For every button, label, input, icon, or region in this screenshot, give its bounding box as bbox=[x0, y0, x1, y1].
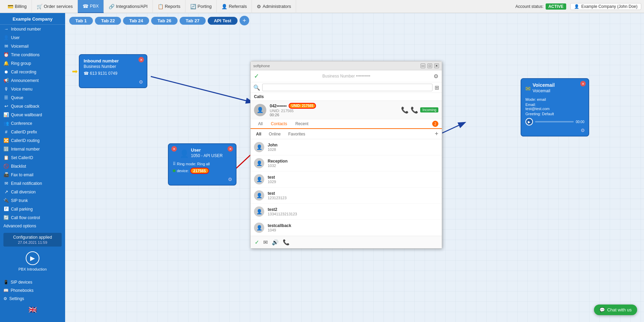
tab-contacts[interactable]: Contacts bbox=[267, 119, 291, 129]
reject-button[interactable]: 📞 bbox=[411, 106, 418, 114]
sidebar-item-callerid-prefix[interactable]: # CallerID prefix bbox=[0, 128, 65, 136]
arrow-right-icon: ➡ bbox=[72, 67, 78, 75]
user-info[interactable]: 👤 Example Company (John Doe) bbox=[570, 3, 641, 10]
sidebar-item-blacklist[interactable]: 🚫 Blacklist bbox=[0, 162, 65, 170]
sidebar-item-call-diversion[interactable]: ↗ Call diversion bbox=[0, 188, 65, 196]
contact-row[interactable]: 👤 test213341123213123 bbox=[251, 204, 442, 220]
chat-icon: 💬 bbox=[599, 307, 605, 312]
sidebar-item-internal-number[interactable]: 🔢 Internal number bbox=[0, 145, 65, 153]
sidebar-item-callerid-routing[interactable]: 🔀 CallerID routing bbox=[0, 136, 65, 145]
nav-administrators[interactable]: ⚙ Administrators bbox=[252, 0, 296, 13]
sidebar-item-ring-group[interactable]: 🔔 Ring group bbox=[0, 59, 65, 68]
footer-phone-icon[interactable]: 📞 bbox=[283, 239, 290, 246]
voicemail-mode: Mode: email bbox=[525, 97, 584, 102]
sidebar-item-user[interactable]: 👤 User bbox=[0, 33, 65, 42]
internal-icon: 🔢 bbox=[3, 146, 9, 152]
close-button[interactable]: ✕ bbox=[434, 63, 439, 68]
sidebar-bottom: 📱 SIP devices 📖 Phonebooks ⚙ Settings 🇬🇧 bbox=[0, 276, 65, 319]
voicemail-progress-bar[interactable] bbox=[535, 121, 574, 122]
contact-avatar: 👤 bbox=[254, 142, 264, 152]
device-status-dot bbox=[173, 169, 175, 172]
top-nav-right: Account status: ACTIVE 👤 Example Company… bbox=[515, 3, 641, 10]
nav-porting[interactable]: 🔄 Porting bbox=[185, 0, 217, 13]
user-card-gear[interactable]: ⚙ bbox=[228, 177, 232, 182]
sidebar-item-queue-wallboard[interactable]: 📊 Queue wallboard bbox=[0, 110, 65, 119]
contact-row[interactable]: 👤 test1029 bbox=[251, 171, 442, 188]
subtab-favorites[interactable]: Favorites bbox=[286, 131, 307, 137]
voicemail-play-button[interactable]: ▶ bbox=[525, 118, 533, 126]
tab-24[interactable]: Tab 24 bbox=[123, 17, 149, 25]
nav-pbx[interactable]: ☎ PBX bbox=[78, 0, 104, 13]
voicemail-card-close[interactable]: ✕ bbox=[580, 81, 586, 86]
contact-row[interactable]: 👤 testcallback1049 bbox=[251, 220, 442, 236]
sidebar-item-queue[interactable]: ☰ Queue bbox=[0, 93, 65, 102]
minimize-button[interactable]: — bbox=[421, 63, 425, 68]
chat-label: Chat with us bbox=[607, 307, 632, 312]
tab-all[interactable]: All bbox=[254, 119, 267, 128]
contact-row[interactable]: 👤 test123123123 bbox=[251, 188, 442, 204]
language-flag[interactable]: 🇬🇧 bbox=[3, 306, 62, 314]
sip-icon: 🔌 bbox=[3, 198, 9, 203]
sidebar-item-announcement[interactable]: 📢 Announcement bbox=[0, 76, 65, 85]
inbound-card-gear[interactable]: ⚙ bbox=[139, 79, 143, 85]
contact-row[interactable]: 👤 John1028 bbox=[251, 139, 442, 155]
sidebar-item-phonebooks[interactable]: 📖 Phonebooks bbox=[3, 287, 62, 294]
sidebar-item-set-callerid[interactable]: 📋 Set CallerID bbox=[0, 153, 65, 162]
subtab-online[interactable]: Online bbox=[267, 131, 283, 137]
nav-integrations[interactable]: 🔗 Integrations/API bbox=[104, 0, 153, 13]
reports-icon: 📋 bbox=[158, 4, 163, 9]
grid-icon[interactable]: ⊞ bbox=[435, 84, 439, 91]
tab-26[interactable]: Tab 26 bbox=[151, 17, 177, 25]
pbx-intro-play: ▶ bbox=[0, 251, 65, 265]
footer-message-icon[interactable]: ✉ bbox=[263, 239, 268, 246]
sidebar-item-time-conditions[interactable]: ⏰ Time conditions bbox=[0, 50, 65, 59]
sidebar-item-email-notification[interactable]: ✉ Email notification bbox=[0, 179, 65, 188]
tab-22[interactable]: Tab 22 bbox=[95, 17, 121, 25]
subtab-all[interactable]: All bbox=[254, 131, 263, 137]
sidebar-item-sip-trunk[interactable]: 🔌 SIP trunk bbox=[0, 196, 65, 205]
play-button[interactable]: ▶ bbox=[26, 251, 39, 265]
voicemail-card-gear[interactable]: ⚙ bbox=[581, 128, 585, 133]
chat-widget[interactable]: 💬 Chat with us bbox=[594, 305, 637, 315]
voicemail-time: 00:00 bbox=[576, 120, 584, 124]
tab-27[interactable]: Tab 27 bbox=[180, 17, 206, 25]
nav-referrals[interactable]: 👤 Referrals bbox=[217, 0, 252, 13]
set-callerid-icon: 📋 bbox=[3, 155, 9, 160]
nav-order-services[interactable]: 🛒 Order services bbox=[32, 0, 78, 13]
answer-button[interactable]: 📞 bbox=[401, 106, 409, 114]
tab-recent[interactable]: Recent bbox=[291, 119, 313, 128]
footer-check-icon[interactable]: ✓ bbox=[255, 239, 259, 246]
tab-1[interactable]: Tab 1 bbox=[69, 17, 93, 25]
sidebar-item-call-recording[interactable]: ⏺ Call recording bbox=[0, 68, 65, 76]
user-card-close-right[interactable]: ✕ bbox=[228, 146, 233, 152]
inbound-card-close[interactable]: ✕ bbox=[138, 57, 144, 62]
sidebar-item-voicemail[interactable]: ✉ Voicemail bbox=[0, 42, 65, 50]
nav-reports[interactable]: 📋 Reports bbox=[153, 0, 186, 13]
device-badge: 217565 bbox=[190, 168, 209, 174]
add-contact-button[interactable]: + bbox=[435, 130, 438, 138]
sidebar-item-fax-to-email[interactable]: 📠 Fax to email bbox=[0, 170, 65, 179]
add-tab-button[interactable]: + bbox=[240, 16, 249, 25]
sidebar-item-settings[interactable]: ⚙ Settings bbox=[3, 295, 62, 302]
contact-row[interactable]: 👤 Reception1032 bbox=[251, 155, 442, 171]
sidebar-item-voice-menu[interactable]: 🎙 Voice menu bbox=[0, 85, 65, 93]
sidebar-item-sip-devices[interactable]: 📱 SIP devices bbox=[3, 279, 62, 286]
voicemail-card-subtitle: Voicemail bbox=[533, 88, 555, 93]
nav-billing[interactable]: 💳 Billing bbox=[3, 0, 32, 13]
parking-icon: 🅿 bbox=[3, 206, 9, 212]
sidebar-item-conference[interactable]: 👥 Conference bbox=[0, 119, 65, 128]
footer-volume-icon[interactable]: 🔊 bbox=[272, 239, 279, 246]
sidebar-item-queue-callback[interactable]: ↩ Queue callback bbox=[0, 102, 65, 110]
sidebar-item-inbound-number[interactable]: → Inbound number bbox=[0, 25, 65, 33]
search-input[interactable] bbox=[262, 84, 433, 91]
maximize-button[interactable]: □ bbox=[427, 63, 432, 68]
softphone-gear-icon[interactable]: ⚙ bbox=[434, 73, 438, 80]
user-card-close-left[interactable]: ✕ bbox=[171, 146, 177, 152]
sidebar-item-call-parking[interactable]: 🅿 Call parking bbox=[0, 205, 65, 213]
sidebar-item-advanced-options[interactable]: Advanced options bbox=[0, 222, 65, 230]
sidebar-item-call-flow-control[interactable]: 🔄 Call flow control bbox=[0, 213, 65, 222]
tab-api-test[interactable]: API Test bbox=[208, 17, 238, 25]
contact-avatar: 👤 bbox=[254, 223, 264, 233]
contact-avatar: 👤 bbox=[254, 190, 264, 201]
softphone-sub-tabs: All Online Favorites + bbox=[251, 129, 442, 139]
